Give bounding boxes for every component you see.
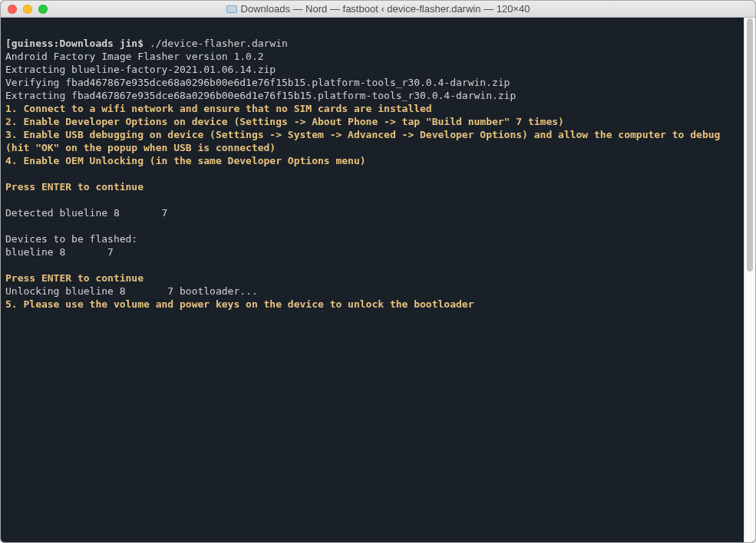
- instruction-step-3-cont: (hit "OK" on the popup when USB is conne…: [5, 142, 276, 153]
- instruction-step-3: 3. Enable USB debugging on device (Setti…: [5, 129, 720, 140]
- output-line: Extracting fbad467867e935dce68a0296b00e6…: [5, 90, 516, 101]
- terminal-output: [guiness:Downloads jin$ ./device-flasher…: [5, 24, 752, 324]
- terminal-window: Downloads — Nord — fastboot ‹ device-fla…: [0, 0, 756, 543]
- detected-line: Detected blueline 8 7: [5, 207, 167, 219]
- command-text: ./device-flasher.darwin: [150, 38, 288, 49]
- output-line: Verifying fbad467867e935dce68a0296b00e6d…: [5, 77, 510, 88]
- traffic-lights: [1, 5, 48, 14]
- unlock-line: Unlocking blueline 8 7 bootloader...: [5, 285, 258, 297]
- scrollbar-thumb[interactable]: [747, 18, 753, 272]
- maximize-button[interactable]: [38, 5, 48, 14]
- window-titlebar[interactable]: Downloads — Nord — fastboot ‹ device-fla…: [1, 1, 755, 18]
- instruction-step-5: 5. Please use the volume and power keys …: [5, 298, 474, 310]
- scrollbar-track[interactable]: [744, 18, 755, 542]
- instruction-step-1: 1. Connect to a wifi network and ensure …: [5, 103, 432, 114]
- devices-header: Devices to be flashed:: [5, 233, 137, 245]
- instruction-step-4: 4. Enable OEM Unlocking (in the same Dev…: [5, 155, 366, 166]
- press-enter-prompt: Press ENTER to continue: [5, 181, 144, 193]
- folder-icon: [226, 5, 237, 13]
- output-line: Android Factory Image Flasher version 1.…: [5, 51, 264, 62]
- devices-row: blueline 8 7: [5, 246, 114, 258]
- instruction-step-2: 2. Enable Developer Options on device (S…: [5, 116, 564, 127]
- press-enter-prompt: Press ENTER to continue: [5, 272, 144, 284]
- minimize-button[interactable]: [23, 5, 32, 14]
- terminal-body[interactable]: [guiness:Downloads jin$ ./device-flasher…: [1, 18, 755, 542]
- window-title-text: Downloads — Nord — fastboot ‹ device-fla…: [241, 3, 530, 15]
- window-title: Downloads — Nord — fastboot ‹ device-fla…: [1, 3, 755, 15]
- prompt: guiness:Downloads jin$: [12, 38, 150, 49]
- output-line: Extracting blueline-factory-2021.01.06.1…: [5, 64, 276, 75]
- close-button[interactable]: [8, 5, 17, 14]
